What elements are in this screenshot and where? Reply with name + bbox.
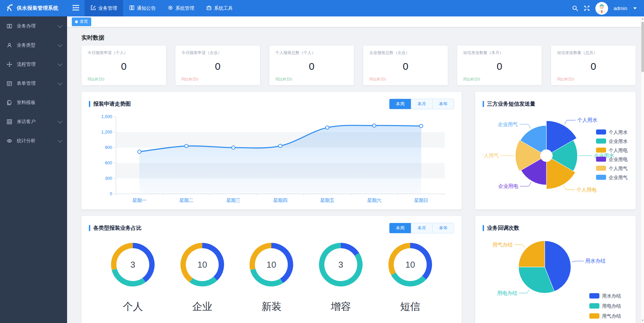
donut-category-label: 个人 [123, 300, 143, 314]
stat-card-sms-month: 短信发送数量（本月） 0 同比昨日0 [457, 46, 542, 85]
top-menu-item-tools[interactable]: 系统工具 [200, 0, 239, 16]
sidebar-item-form-mgmt[interactable]: 表单管理 [0, 74, 67, 93]
chevron-down-icon[interactable] [633, 7, 637, 9]
sidebar-item-label: 来访客户 [17, 119, 58, 125]
donut-ring: 10 [177, 239, 227, 290]
sidebar-item-label: 流程管理 [17, 61, 58, 67]
donut-segment [114, 269, 144, 284]
donut-charts-row: 3个人10企业10新装3增容10短信 [89, 239, 454, 314]
donut-chart: 10短信 [385, 239, 435, 314]
sidebar-item-statistics[interactable]: 统计分析 [0, 131, 67, 150]
legend-swatch [596, 166, 606, 171]
legend-swatch [589, 303, 599, 309]
svg-text:星期二: 星期二 [179, 198, 194, 203]
scroll-up-arrow-icon[interactable]: ▲ [641, 17, 644, 20]
panel-sms-chart: 三方业务短信发送量 个人用水企业用水个人用电企业用电个人用气企业用气个人用水企业… [475, 92, 636, 209]
top-menu-label: 通知公告 [137, 5, 156, 11]
stat-card-value: 0 [369, 56, 442, 77]
svg-text:600: 600 [105, 160, 112, 165]
rose-callout-label: 个人用水 [577, 117, 597, 123]
form-icon [7, 81, 13, 86]
legend-swatch [589, 313, 599, 319]
donut-ring: 3 [316, 239, 366, 290]
sidebar-item-doc-template[interactable]: 资料模板 [0, 93, 67, 112]
period-button-year[interactable]: 本年 [432, 223, 454, 233]
stat-card-title: 短信发送数量（本月） [463, 50, 536, 56]
app-title: 供水报装管理系统 [17, 5, 58, 11]
stat-card-title: 短信发送数量（总共） [557, 50, 630, 56]
top-menu-item-notice[interactable]: 通知公告 [123, 0, 162, 16]
donut-category-label: 新装 [261, 300, 281, 314]
donut-center-value: 3 [130, 260, 135, 270]
tag-home[interactable]: 首页 [72, 17, 91, 26]
rose-callout-label: 个人用电 [577, 187, 597, 193]
legend-label: 企业用水 [609, 139, 628, 144]
sms-rose-chart: 个人用水企业用水个人用电企业用电个人用气企业用气个人用水企业用水个人用电企业用电… [483, 109, 628, 204]
period-button-week[interactable]: 本周 [389, 99, 411, 109]
stat-card-today-enterprise: 今日报装申请（企业） 0 同比昨日0 [175, 46, 260, 85]
svg-text:1,500: 1,500 [101, 114, 112, 119]
stat-card-footer: 同比昨日0 [463, 77, 536, 82]
panel-title-type-ratio: 各类型报装业务占比 [89, 225, 142, 232]
title-accent-bar [483, 225, 484, 231]
panel-type-ratio: 各类型报装业务占比 本周 本月 本年 3个人10企业10新装3增容10短信 [82, 216, 462, 323]
stats-row: 今日报装申请（个人） 0 同比昨日0 今日报装申请（企业） 0 同比昨日0 个人… [82, 46, 636, 85]
fullscreen-icon[interactable] [584, 5, 590, 11]
scrollbar-thumb[interactable] [641, 22, 644, 72]
donut-category-label: 增容 [331, 300, 351, 314]
sidebar-item-label: 业务办理 [17, 23, 58, 29]
tags-view-bar: 首页 [67, 16, 644, 27]
svg-text:星期五: 星期五 [320, 198, 334, 203]
period-button-month[interactable]: 本月 [411, 223, 432, 233]
chevron-down-icon [58, 118, 62, 123]
sidebar-item-label: 资料模板 [17, 100, 61, 106]
donut-chart: 3增容 [316, 239, 366, 314]
legend-swatch [596, 139, 606, 144]
period-button-month[interactable]: 本月 [411, 99, 432, 109]
sidebar-toggle-button[interactable] [67, 0, 85, 16]
scroll-down-arrow-icon[interactable]: ▼ [641, 319, 644, 322]
top-menu-label: 业务管理 [98, 5, 117, 11]
legend-swatch [596, 157, 606, 162]
username[interactable]: admin [613, 5, 627, 11]
legend-label: 个人用电 [608, 148, 628, 153]
stat-card-footer: 同比昨日0 [369, 77, 442, 82]
period-button-week[interactable]: 本周 [389, 223, 411, 233]
donut-chart: 10新装 [246, 239, 297, 314]
stat-card-footer: 同比昨日0 [275, 77, 348, 82]
search-icon[interactable] [572, 5, 578, 11]
panel-title-text: 各类型报装业务占比 [93, 225, 142, 232]
stat-card-today-personal: 今日报装申请（个人） 0 同比昨日0 [82, 46, 166, 85]
period-button-year[interactable]: 本年 [432, 99, 454, 109]
hamburger-icon [72, 5, 79, 12]
rose-callout-label: 企业用气 [498, 121, 518, 127]
avatar[interactable] [595, 2, 608, 15]
stat-card-total-enterprise: 企业报装总数（企业） 0 同比昨日0 [363, 46, 448, 85]
donut-category-label: 短信 [400, 300, 420, 314]
sidebar-item-business-handling[interactable]: 业务办理 [0, 16, 67, 36]
sidebar-item-label: 表单管理 [17, 80, 58, 87]
sidebar-item-business-type[interactable]: 业务类型 [0, 36, 67, 55]
legend-swatch [596, 175, 606, 180]
gear-icon [168, 5, 173, 11]
legend-label: 企业用电 [609, 157, 628, 162]
sidebar: 业务办理 业务类型 流程管理 表单管理 资料模板 来访客户 [0, 16, 67, 323]
top-menu-item-business[interactable]: 业务管理 [85, 0, 123, 16]
rose-callout-label: 个人用气 [483, 153, 499, 158]
sidebar-item-process-mgmt[interactable]: 流程管理 [0, 55, 67, 74]
legend-label: 用电办结 [602, 303, 621, 309]
donut-segment [114, 246, 133, 269]
sidebar-item-visiting-customers[interactable]: 来访客户 [0, 112, 67, 131]
legend-label: 用气办结 [602, 313, 621, 319]
title-accent-bar [89, 101, 90, 107]
panel-title-callback: 业务回调次数 [483, 225, 519, 232]
donut-ring: 10 [246, 239, 297, 290]
top-menu-item-system[interactable]: 系统管理 [162, 0, 200, 16]
chevron-down-icon [58, 138, 62, 142]
donut-segment [341, 246, 357, 254]
stat-card-title: 今日报装申请（企业） [181, 50, 254, 56]
sidebar-item-label: 统计分析 [17, 138, 58, 144]
top-menu: 业务管理 通知公告 系统管理 [85, 0, 239, 16]
panel-trend-chart: 报装申请走势图 本周 本月 本年 03006009001,2001,500星期一… [82, 92, 462, 209]
period-switch-trend: 本周 本月 本年 [389, 99, 454, 109]
